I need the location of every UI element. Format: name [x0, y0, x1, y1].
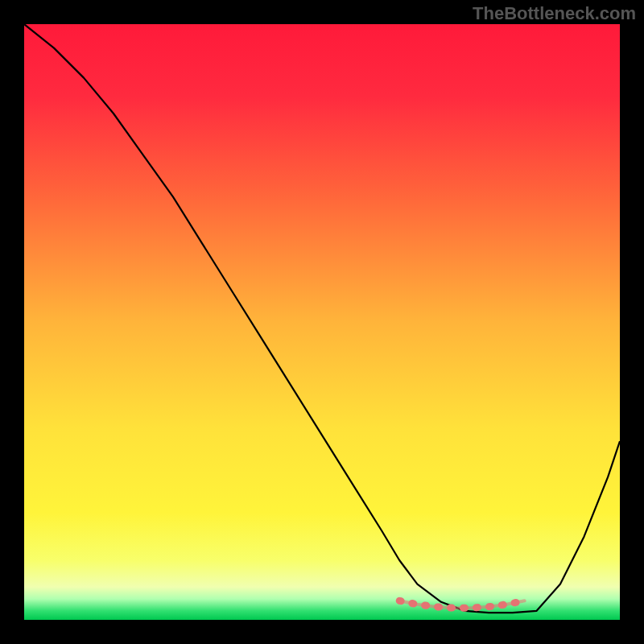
chart-container: TheBottleneck.com: [0, 0, 644, 644]
watermark-text: TheBottleneck.com: [473, 3, 636, 24]
plot-area: [24, 24, 620, 620]
chart-svg: [24, 24, 620, 620]
